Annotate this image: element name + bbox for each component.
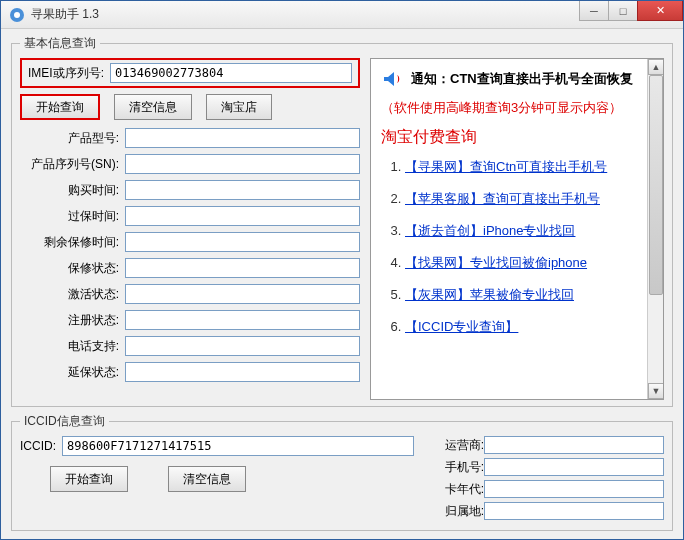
paid-section-title: 淘宝付费查询 — [381, 127, 653, 148]
warranty-status-input[interactable] — [125, 258, 360, 278]
titlebar: 寻果助手 1.3 ─ □ ✕ — [1, 1, 683, 29]
imei-highlight-box: IMEI或序列号: — [20, 58, 360, 88]
field-label: 激活状态: — [20, 286, 125, 303]
scroll-down-button[interactable]: ▼ — [648, 383, 664, 399]
paid-link-1[interactable]: 【寻果网】查询Ctn可直接出手机号 — [405, 159, 607, 174]
imei-label: IMEI或序列号: — [28, 65, 104, 82]
content-area: 基本信息查询 IMEI或序列号: 开始查询 清空信息 淘宝店 产品型号: 产品序… — [1, 29, 683, 540]
svg-point-1 — [14, 12, 20, 18]
search-button[interactable]: 开始查询 — [20, 94, 100, 120]
list-item: 【逝去首创】iPhone专业找回 — [405, 222, 653, 240]
imei-input[interactable] — [110, 63, 352, 83]
field-label: 电话支持: — [20, 338, 125, 355]
field-label: 购买时间: — [20, 182, 125, 199]
purchase-date-input[interactable] — [125, 180, 360, 200]
scroll-up-button[interactable]: ▲ — [648, 59, 664, 75]
list-item: 【苹果客服】查询可直接出手机号 — [405, 190, 653, 208]
iccid-clear-button[interactable]: 清空信息 — [168, 466, 246, 492]
close-button[interactable]: ✕ — [637, 1, 683, 21]
iccid-right: 运营商: 手机号: 卡年代: 归属地: — [434, 436, 664, 524]
field-label: 产品型号: — [20, 130, 125, 147]
paid-link-3[interactable]: 【逝去首创】iPhone专业找回 — [405, 223, 575, 238]
activation-status-input[interactable] — [125, 284, 360, 304]
carrier-label: 运营商: — [434, 437, 484, 454]
registration-status-input[interactable] — [125, 310, 360, 330]
iccid-input[interactable] — [62, 436, 414, 456]
notice-line: 通知：CTN查询直接出手机号全面恢复 — [381, 67, 653, 91]
peak-warning: （软件使用高峰期查询3分钟可显示内容） — [381, 99, 653, 117]
paid-link-4[interactable]: 【找果网】专业找回被偷iphone — [405, 255, 587, 270]
taobao-button[interactable]: 淘宝店 — [206, 94, 272, 120]
info-panel: 通知：CTN查询直接出手机号全面恢复 （软件使用高峰期查询3分钟可显示内容） 淘… — [370, 58, 664, 400]
field-label: 注册状态: — [20, 312, 125, 329]
maximize-button[interactable]: □ — [608, 1, 638, 21]
basic-info-group: 基本信息查询 IMEI或序列号: 开始查询 清空信息 淘宝店 产品型号: 产品序… — [11, 35, 673, 407]
window-controls: ─ □ ✕ — [580, 1, 683, 28]
field-label: 产品序列号(SN): — [20, 156, 125, 173]
cardyear-label: 卡年代: — [434, 481, 484, 498]
phone-label: 手机号: — [434, 459, 484, 476]
scroll-thumb[interactable] — [649, 75, 663, 295]
list-item: 【ICCID专业查询】 — [405, 318, 653, 336]
serial-number-input[interactable] — [125, 154, 360, 174]
location-input[interactable] — [484, 502, 664, 520]
list-item: 【寻果网】查询Ctn可直接出手机号 — [405, 158, 653, 176]
cardyear-input[interactable] — [484, 480, 664, 498]
paid-link-2[interactable]: 【苹果客服】查询可直接出手机号 — [405, 191, 600, 206]
window-title: 寻果助手 1.3 — [31, 6, 580, 23]
field-label: 过保时间: — [20, 208, 125, 225]
extended-warranty-input[interactable] — [125, 362, 360, 382]
warranty-remain-input[interactable] — [125, 232, 360, 252]
iccid-search-button[interactable]: 开始查询 — [50, 466, 128, 492]
basic-legend: 基本信息查询 — [20, 35, 100, 52]
phone-input[interactable] — [484, 458, 664, 476]
list-item: 【灰果网】苹果被偷专业找回 — [405, 286, 653, 304]
warranty-expire-input[interactable] — [125, 206, 360, 226]
iccid-left: ICCID: 开始查询 清空信息 — [20, 436, 414, 524]
app-window: 寻果助手 1.3 ─ □ ✕ 基本信息查询 IMEI或序列号: 开始查询 清空信… — [0, 0, 684, 540]
field-label: 剩余保修时间: — [20, 234, 125, 251]
phone-support-input[interactable] — [125, 336, 360, 356]
carrier-input[interactable] — [484, 436, 664, 454]
scrollbar[interactable]: ▲ ▼ — [647, 59, 663, 399]
app-icon — [9, 7, 25, 23]
list-item: 【找果网】专业找回被偷iphone — [405, 254, 653, 272]
field-label: 保修状态: — [20, 260, 125, 277]
paid-link-5[interactable]: 【灰果网】苹果被偷专业找回 — [405, 287, 574, 302]
basic-right-column: 通知：CTN查询直接出手机号全面恢复 （软件使用高峰期查询3分钟可显示内容） 淘… — [370, 58, 664, 400]
paid-link-6[interactable]: 【ICCID专业查询】 — [405, 319, 518, 334]
minimize-button[interactable]: ─ — [579, 1, 609, 21]
field-label: 延保状态: — [20, 364, 125, 381]
product-model-input[interactable] — [125, 128, 360, 148]
iccid-legend: ICCID信息查询 — [20, 413, 109, 430]
iccid-group: ICCID信息查询 ICCID: 开始查询 清空信息 运营商: 手机号: 卡年代… — [11, 413, 673, 531]
paid-link-list: 【寻果网】查询Ctn可直接出手机号 【苹果客服】查询可直接出手机号 【逝去首创】… — [381, 158, 653, 336]
basic-left-column: IMEI或序列号: 开始查询 清空信息 淘宝店 产品型号: 产品序列号(SN):… — [20, 58, 360, 400]
iccid-label: ICCID: — [20, 439, 56, 453]
clear-button[interactable]: 清空信息 — [114, 94, 192, 120]
location-label: 归属地: — [434, 503, 484, 520]
megaphone-icon — [381, 67, 405, 91]
notice-text: 通知：CTN查询直接出手机号全面恢复 — [411, 70, 633, 88]
